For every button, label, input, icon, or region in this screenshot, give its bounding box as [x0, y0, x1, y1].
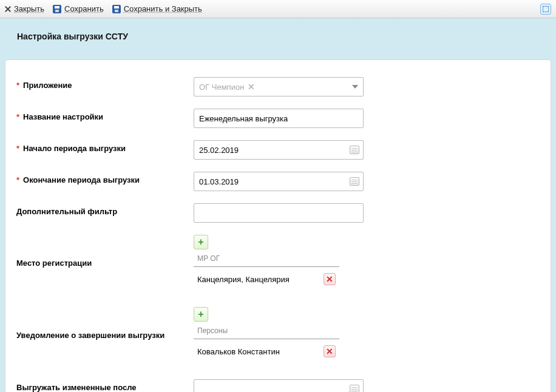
clear-app-icon[interactable]: ✕: [248, 82, 255, 92]
name-input[interactable]: [199, 114, 358, 123]
add-notify-button[interactable]: +: [194, 307, 208, 322]
notify-item-text: Ковальков Константин: [197, 347, 317, 356]
row-name: * Название настройки: [5, 103, 551, 134]
label-notify-text: Уведомление о завершении выгрузки: [16, 331, 164, 340]
chevron-down-icon: [352, 85, 358, 89]
save-close-label: Сохранить и Закрыть: [124, 4, 202, 13]
label-period-end: * Окончание периода выгрузки: [16, 172, 194, 184]
toolbar: Закрыть Сохранить Сохранить и Закрыть: [0, 0, 556, 18]
period-start-input[interactable]: [199, 146, 358, 155]
app-select[interactable]: ОГ Чемпион ✕: [194, 77, 364, 96]
label-name-text: Название настройки: [23, 112, 103, 121]
save-icon: [53, 5, 61, 13]
row-app: * Приложение ОГ Чемпион ✕: [5, 71, 551, 103]
expand-button[interactable]: [540, 4, 551, 15]
save-icon: [112, 5, 121, 13]
x-icon: ✕: [326, 347, 333, 356]
calendar-icon[interactable]: [350, 385, 359, 392]
page-title: Настройка выгрузки ССТУ: [17, 32, 543, 41]
period-start-input-wrap: [194, 140, 364, 160]
row-period-start: * Начало периода выгрузки: [5, 134, 551, 166]
calendar-icon[interactable]: [350, 177, 359, 186]
reg-place-item: Канцелярия, Канцелярия ✕: [194, 267, 339, 288]
changed-after-input-wrap: [194, 379, 364, 392]
label-changed-after-text: Выгружать измененные после: [16, 383, 137, 392]
filter-input[interactable]: [199, 209, 358, 218]
notify-sublabel: Персоны: [194, 324, 339, 339]
delete-reg-place-button[interactable]: ✕: [324, 273, 336, 285]
plus-icon: +: [198, 309, 203, 319]
filter-input-wrap: [194, 203, 364, 223]
notify-item: Ковальков Константин ✕: [194, 339, 339, 360]
name-input-wrap: [194, 109, 364, 128]
label-app-text: Приложение: [23, 81, 72, 90]
label-period-end-text: Окончание периода выгрузки: [23, 175, 140, 184]
period-end-input-wrap: [194, 172, 364, 191]
label-filter-text: Дополнительный фильтр: [16, 207, 117, 216]
label-reg-place-text: Место регистрации: [16, 259, 92, 268]
close-label: Закрыть: [14, 4, 44, 13]
required-marker: *: [16, 112, 19, 121]
row-reg-place: Место регистрации + МР ОГ Канцелярия, Ка…: [5, 229, 551, 294]
required-marker: *: [16, 144, 19, 153]
save-label: Сохранить: [64, 4, 104, 13]
label-notify: Уведомление о завершении выгрузки: [16, 327, 194, 340]
label-name: * Название настройки: [16, 109, 194, 121]
page-header: Настройка выгрузки ССТУ: [0, 18, 556, 59]
label-reg-place: Место регистрации: [16, 255, 194, 268]
label-period-start: * Начало периода выгрузки: [16, 140, 194, 153]
row-changed-after: Выгружать измененные после: [5, 366, 551, 392]
required-marker: *: [16, 81, 19, 90]
changed-after-input[interactable]: [199, 385, 358, 393]
close-icon: [5, 6, 11, 12]
label-period-start-text: Начало периода выгрузки: [23, 144, 126, 153]
calendar-icon[interactable]: [350, 146, 359, 154]
required-marker: *: [16, 175, 19, 184]
plus-icon: +: [198, 237, 203, 247]
add-reg-place-button[interactable]: +: [194, 235, 208, 249]
period-end-input[interactable]: [199, 177, 358, 186]
reg-place-item-text: Канцелярия, Канцелярия: [197, 275, 317, 284]
label-filter: Дополнительный фильтр: [16, 203, 194, 216]
form-panel: * Приложение ОГ Чемпион ✕ * Название нас…: [5, 59, 551, 392]
save-button[interactable]: Сохранить: [53, 4, 104, 13]
label-app: * Приложение: [16, 77, 194, 90]
label-changed-after: Выгружать измененные после: [16, 379, 194, 392]
delete-notify-button[interactable]: ✕: [324, 345, 336, 357]
close-button[interactable]: Закрыть: [5, 4, 44, 13]
row-period-end: * Окончание периода выгрузки: [5, 166, 551, 197]
reg-place-sublabel: МР ОГ: [194, 252, 339, 267]
row-notify: Уведомление о завершении выгрузки + Перс…: [5, 294, 551, 366]
row-filter: Дополнительный фильтр: [5, 197, 551, 229]
app-value: ОГ Чемпион: [199, 83, 244, 92]
x-icon: ✕: [326, 275, 333, 283]
save-close-button[interactable]: Сохранить и Закрыть: [112, 4, 202, 13]
